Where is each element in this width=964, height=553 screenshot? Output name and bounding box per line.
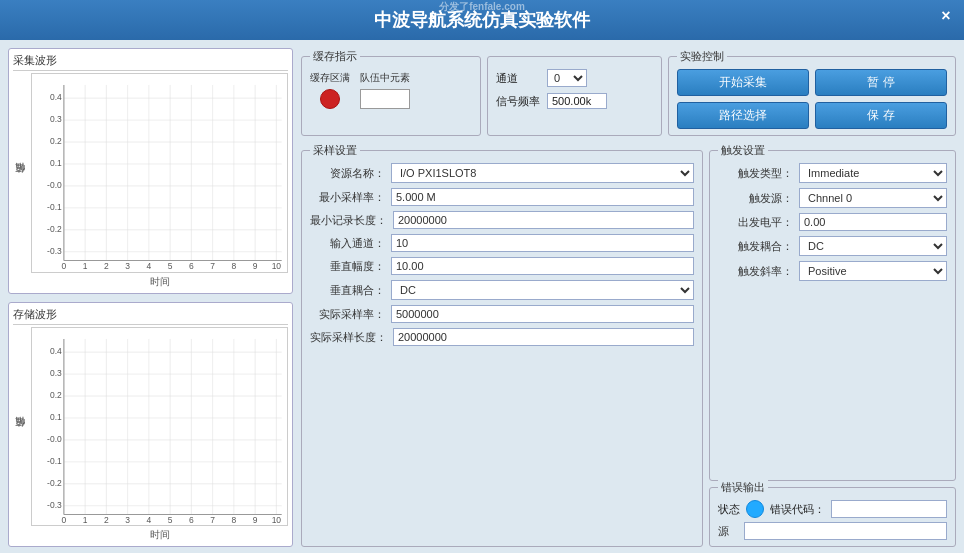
buffer-panel: 缓存指示 缓存区满 队伍中元素 (301, 56, 481, 136)
trigger-coupling-select[interactable]: DC AC (799, 236, 947, 256)
svg-text:8: 8 (232, 261, 237, 271)
acquisition-chart-canvas: 0.4 0.3 0.2 0.1 -0.0 -0.1 -0.2 -0.3 0 1 … (31, 73, 288, 273)
svg-text:-0.1: -0.1 (47, 455, 62, 465)
vertical-amp-row: 垂直幅度： (310, 257, 694, 275)
acquisition-chart-title: 采集波形 (13, 53, 288, 71)
error-code-input[interactable] (831, 500, 947, 518)
svg-text:7: 7 (210, 261, 215, 271)
svg-text:0.2: 0.2 (50, 136, 62, 146)
svg-text:4: 4 (147, 515, 152, 525)
freq-row: 信号频率 500.00k (496, 93, 653, 109)
left-column: 采集波形 幅值 (8, 48, 293, 547)
source-label: 源 (718, 524, 738, 539)
top-right-row: 缓存指示 缓存区满 队伍中元素 通道 0 (301, 48, 956, 136)
svg-text:2: 2 (104, 515, 109, 525)
svg-text:0.4: 0.4 (50, 92, 62, 102)
min-sample-rate-row: 最小采样率： (310, 188, 694, 206)
svg-text:7: 7 (210, 515, 215, 525)
actual-record-len-label: 实际采样长度： (310, 330, 387, 345)
actual-sample-rate-input[interactable] (391, 305, 694, 323)
svg-text:0.3: 0.3 (50, 368, 62, 378)
storage-chart-canvas: 0.4 0.3 0.2 0.1 -0.0 -0.1 -0.2 -0.3 0 1 … (31, 327, 288, 527)
right-side-column: 触发设置 触发类型： Immediate Edge Software 触发源： (709, 142, 956, 547)
title-bar: 分发了fenfale.com 中波导航系统仿真实验软件 × (0, 0, 964, 40)
freq-value: 500.00k (547, 93, 607, 109)
trigger-source-row: 触发源： Chnnel 0 Chnnel 1 (718, 188, 947, 208)
error-output-panel: 错误输出 状态 错误代码： 源 (709, 487, 956, 547)
min-record-len-label: 最小记录长度： (310, 213, 387, 228)
svg-text:0.2: 0.2 (50, 390, 62, 400)
sample-panel-title: 采样设置 (310, 143, 360, 158)
input-channel-input[interactable] (391, 234, 694, 252)
exp-btn-row-2: 路径选择 保 存 (677, 102, 947, 129)
trigger-source-label: 触发源： (718, 191, 793, 206)
trigger-type-select[interactable]: Immediate Edge Software (799, 163, 947, 183)
svg-text:1: 1 (83, 515, 88, 525)
sample-form: 资源名称： I/O PXI1SLOT8 最小采样率： 最小记录长度： (310, 163, 694, 346)
channel-row: 通道 0 1 2 3 (496, 69, 653, 87)
svg-text:0: 0 (62, 261, 67, 271)
save-button[interactable]: 保 存 (815, 102, 947, 129)
trigger-coupling-row: 触发耦合： DC AC (718, 236, 947, 256)
trigger-coupling-label: 触发耦合： (718, 239, 793, 254)
acquisition-x-label: 时间 (31, 275, 288, 289)
trigger-type-label: 触发类型： (718, 166, 793, 181)
svg-text:-0.0: -0.0 (47, 433, 62, 443)
trigger-level-label: 出发电平： (718, 215, 793, 230)
trigger-source-select[interactable]: Chnnel 0 Chnnel 1 (799, 188, 947, 208)
close-button[interactable]: × (936, 6, 956, 26)
pause-button[interactable]: 暂 停 (815, 69, 947, 96)
svg-text:-0.2: -0.2 (47, 224, 62, 234)
resource-row: 资源名称： I/O PXI1SLOT8 (310, 163, 694, 183)
exp-btn-row-1: 开始采集 暂 停 (677, 69, 947, 96)
actual-record-len-input[interactable] (393, 328, 694, 346)
start-acquisition-button[interactable]: 开始采集 (677, 69, 809, 96)
svg-text:0.3: 0.3 (50, 114, 62, 124)
trigger-type-row: 触发类型： Immediate Edge Software (718, 163, 947, 183)
svg-text:-0.3: -0.3 (47, 499, 62, 509)
channel-label: 通道 (496, 71, 541, 86)
svg-text:10: 10 (272, 515, 282, 525)
vertical-amp-input[interactable] (391, 257, 694, 275)
freq-label: 信号频率 (496, 94, 541, 109)
resource-select[interactable]: I/O PXI1SLOT8 (391, 163, 694, 183)
buffer-queue-label: 队伍中元素 (360, 71, 410, 85)
svg-text:9: 9 (253, 515, 258, 525)
svg-text:6: 6 (189, 261, 194, 271)
trigger-slope-row: 触发斜率： Positive Negative (718, 261, 947, 281)
storage-chart-box: 存储波形 幅值 (8, 302, 293, 548)
vertical-coupling-select[interactable]: DC AC GND (391, 280, 694, 300)
svg-text:0.4: 0.4 (50, 346, 62, 356)
acquisition-y-label: 幅值 (13, 73, 31, 289)
min-sample-rate-input[interactable] (391, 188, 694, 206)
svg-text:0.1: 0.1 (50, 158, 62, 168)
svg-text:10: 10 (272, 261, 282, 271)
experiment-control-panel: 实验控制 开始采集 暂 停 路径选择 保 存 (668, 56, 956, 136)
route-select-button[interactable]: 路径选择 (677, 102, 809, 129)
source-input[interactable] (744, 522, 947, 540)
svg-text:9: 9 (253, 261, 258, 271)
trigger-level-input[interactable] (799, 213, 947, 231)
trigger-slope-select[interactable]: Positive Negative (799, 261, 947, 281)
svg-text:5: 5 (168, 515, 173, 525)
acquisition-chart-box: 采集波形 幅值 (8, 48, 293, 294)
buffer-row: 缓存区满 队伍中元素 (310, 71, 472, 109)
storage-chart-area: 幅值 (13, 327, 288, 543)
status-row: 状态 错误代码： (718, 500, 947, 518)
buffer-full-label: 缓存区满 (310, 71, 350, 85)
trigger-panel-title: 触发设置 (718, 143, 768, 158)
source-row: 源 (718, 522, 947, 540)
channel-select[interactable]: 0 1 2 3 (547, 69, 587, 87)
buffer-queue-col: 队伍中元素 (360, 71, 410, 109)
min-sample-rate-label: 最小采样率： (310, 190, 385, 205)
min-record-len-input[interactable] (393, 211, 694, 229)
buffer-full-col: 缓存区满 (310, 71, 350, 109)
resource-label: 资源名称： (310, 166, 385, 181)
trigger-slope-label: 触发斜率： (718, 264, 793, 279)
svg-text:8: 8 (232, 515, 237, 525)
svg-text:-0.3: -0.3 (47, 246, 62, 256)
storage-y-label: 幅值 (13, 327, 31, 543)
error-panel-title: 错误输出 (718, 480, 768, 495)
experiment-panel-title: 实验控制 (677, 49, 727, 64)
svg-text:0.1: 0.1 (50, 412, 62, 422)
